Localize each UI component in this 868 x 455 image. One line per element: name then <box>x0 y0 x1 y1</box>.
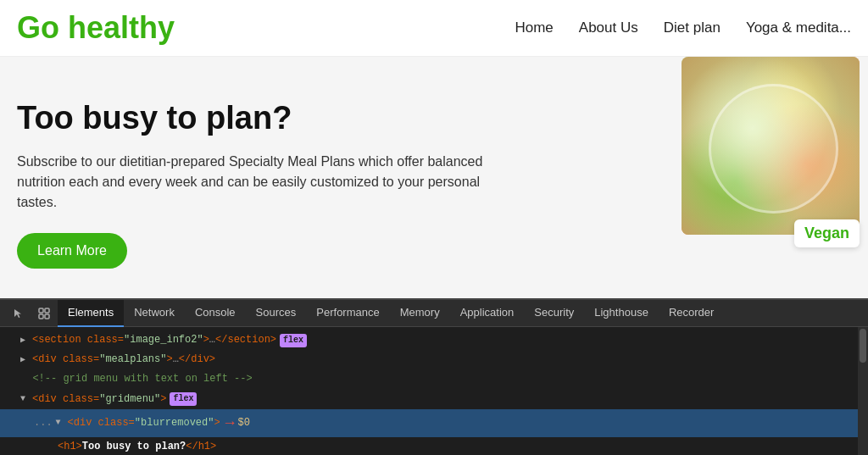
hero-image-area: Vegan <box>682 57 868 302</box>
tab-security[interactable]: Security <box>524 300 584 327</box>
site-logo: Go healthy <box>17 10 175 46</box>
hero-content: Too busy to plan? Subscribe to our dieti… <box>0 57 526 302</box>
tab-memory[interactable]: Memory <box>390 300 450 327</box>
dt-line-5: ... <div class="blurremoved"> $0 <box>0 409 868 437</box>
cursor-icon[interactable] <box>7 302 31 325</box>
tab-recorder[interactable]: Recorder <box>659 300 724 327</box>
tab-elements[interactable]: Elements <box>58 300 124 327</box>
header: Go healthy Home About Us Diet plan Yoga … <box>0 0 868 57</box>
tab-console[interactable]: Console <box>185 300 246 327</box>
dt-line-6: <h1> Too busy to plan?</h1> <box>0 437 868 455</box>
tab-lighthouse[interactable]: Lighthouse <box>584 300 659 327</box>
food-image <box>682 57 860 235</box>
expand-arrow-5[interactable] <box>56 416 66 430</box>
devtools-scrollbar[interactable] <box>858 327 868 455</box>
svg-rect-3 <box>45 314 49 319</box>
nav-about[interactable]: About Us <box>579 19 638 36</box>
nav-yoga[interactable]: Yoga & medita... <box>746 19 851 36</box>
scrollbar-thumb[interactable] <box>860 329 866 363</box>
svg-rect-0 <box>39 308 43 313</box>
devtools-elements-content: <section class="image_info2">…</section>… <box>0 327 868 455</box>
expand-arrow-4[interactable] <box>20 392 31 406</box>
svg-rect-1 <box>45 308 49 313</box>
nav-home[interactable]: Home <box>515 19 553 36</box>
devtools-tabs: Elements Network Console Sources Perform… <box>0 300 868 327</box>
expand-arrow-1[interactable] <box>20 334 31 347</box>
tab-application[interactable]: Application <box>450 300 525 327</box>
svg-rect-2 <box>39 314 43 319</box>
hero-title: Too busy to plan? <box>17 100 509 136</box>
dt-line-1: <section class="image_info2">…</section>… <box>0 330 868 350</box>
learn-more-button[interactable]: Learn More <box>17 233 127 269</box>
dt-line-4: <div class="gridmenu"> flex <box>0 390 868 409</box>
red-arrow-indicator <box>225 411 235 436</box>
nav-diet[interactable]: Diet plan <box>664 19 721 36</box>
main-nav: Home About Us Diet plan Yoga & medita... <box>515 19 851 36</box>
dt-line-2: <div class="mealplans">…</div> <box>0 350 868 369</box>
tab-sources[interactable]: Sources <box>246 300 307 327</box>
hero-description: Subscribe to our dietitian-prepared Spec… <box>17 152 509 213</box>
expand-arrow-2[interactable] <box>20 353 31 367</box>
inspector-icon[interactable] <box>32 302 56 325</box>
tab-network[interactable]: Network <box>124 300 185 327</box>
devtools-panel: Elements Network Console Sources Perform… <box>0 298 868 455</box>
vegan-badge: Vegan <box>794 219 860 247</box>
hero-section: Too busy to plan? Subscribe to our dieti… <box>0 57 868 302</box>
dt-line-3: <!-- grid menu with text on left --> <box>0 369 868 389</box>
tab-performance[interactable]: Performance <box>306 300 389 327</box>
